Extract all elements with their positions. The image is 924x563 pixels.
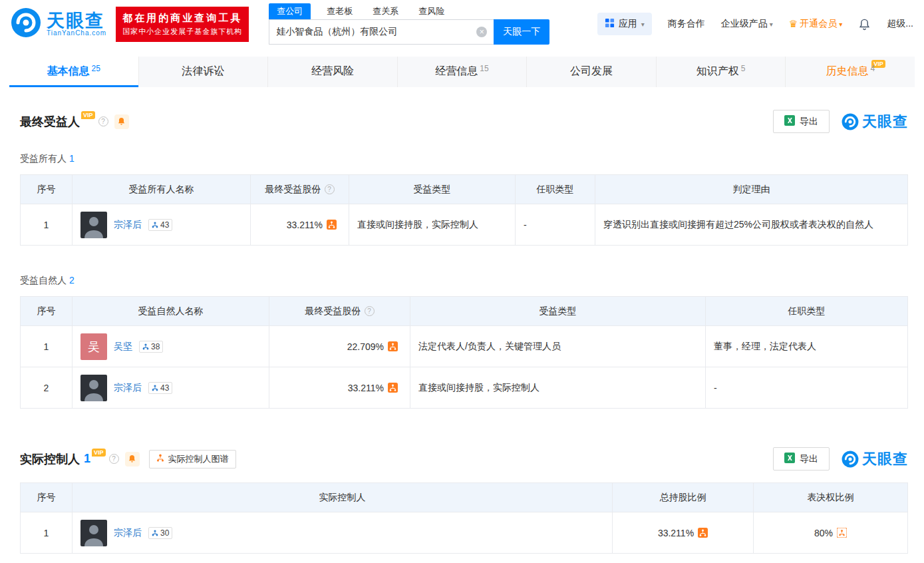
table-header-row: 序号 实际控制人 总持股比例 表决权比例 <box>21 483 908 512</box>
cell-no: 2 <box>21 367 73 409</box>
tab-operation-risk[interactable]: 经营风险 <box>268 57 398 87</box>
nav-open-vip[interactable]: ♛ 开通会员 ▾ <box>789 18 842 30</box>
controller-title: 实际控制人 <box>20 451 80 467</box>
nav-business-cooperation[interactable]: 商务合作 <box>668 18 705 30</box>
avatar[interactable]: 吴 <box>80 333 107 360</box>
avatar[interactable] <box>80 212 107 238</box>
cell-no: 1 <box>21 326 73 367</box>
tab-intellectual-property[interactable]: 知识产权5 <box>657 57 786 87</box>
share-value: 33.211% <box>348 383 384 393</box>
export-label: 导出 <box>800 116 818 128</box>
table-row: 1 吴 吴坚 38 22.709% <box>21 326 908 367</box>
col-position-type: 任职类型 <box>706 297 908 326</box>
cell-person: 宗泽后 43 <box>73 367 269 409</box>
equity-penetration-icon[interactable] <box>388 341 398 351</box>
controller-count: 1 <box>84 452 90 466</box>
col-judgment-reason: 判定理由 <box>595 175 908 204</box>
cell-voting-share: 80% <box>754 512 908 554</box>
relations-count: 38 <box>151 342 160 351</box>
naturals-subtitle: 受益自然人2 <box>20 275 908 287</box>
col-owner-name: 受益所有人名称 <box>73 175 251 204</box>
col-final-share: 最终受益股份? <box>269 297 410 326</box>
tianyancha-logo[interactable]: 天眼查 TianYanCha.com <box>11 7 106 41</box>
tab-basic-info[interactable]: 基本信息25 <box>9 57 139 87</box>
share-value: 33.211% <box>287 220 323 230</box>
help-icon[interactable]: ? <box>98 116 108 126</box>
tab-label: 历史信息 <box>826 65 868 77</box>
voting-rights-icon[interactable] <box>837 528 847 538</box>
promo-line1: 都在用的商业查询工具 <box>122 12 242 25</box>
apps-button[interactable]: 应用 ▾ <box>597 13 652 35</box>
relations-count: 43 <box>160 383 169 393</box>
promo-line2: 国家中小企业发展子基金旗下机构 <box>122 27 242 37</box>
cell-position: - <box>706 367 908 409</box>
tab-label: 基本信息 <box>47 65 90 77</box>
beneficial-naturals-table: 序号 受益自然人名称 最终受益股份? 受益类型 任职类型 1 吴 吴坚 38 <box>20 296 908 409</box>
cell-total-share: 33.211% <box>613 512 754 554</box>
watermark-logo: 天眼查 <box>842 112 908 132</box>
search-button[interactable]: 天眼一下 <box>494 19 549 45</box>
tab-company-development[interactable]: 公司发展 <box>527 57 657 87</box>
watermark-text: 天眼查 <box>862 449 908 469</box>
cell-position: - <box>516 204 595 246</box>
person-link[interactable]: 吴坚 <box>114 341 132 353</box>
controller-section-header: 实际控制人 1 VIP ? 实际控制人图谱 <box>20 447 908 470</box>
excel-icon <box>784 453 795 465</box>
company-section-tabs: 基本信息25 法律诉讼 经营风险 经营信息15 公司发展 知识产权5 VIP 历… <box>9 57 915 87</box>
subscribe-bell-icon[interactable] <box>114 114 129 129</box>
tab-count: 5 <box>741 64 746 73</box>
avatar[interactable] <box>80 375 107 401</box>
search-tab-boss[interactable]: 查老板 <box>323 4 357 19</box>
notification-bell-icon[interactable] <box>858 18 871 31</box>
col-final-share: 最终受益股份? <box>251 175 349 204</box>
cell-benefit-type: 直接或间接持股，实际控制人 <box>410 367 706 409</box>
col-total-share: 总持股比例 <box>613 483 754 512</box>
search-tab-risk[interactable]: 查风险 <box>414 4 448 19</box>
promo-banner[interactable]: 都在用的商业查询工具 国家中小企业发展子基金旗下机构 <box>116 7 249 42</box>
help-icon[interactable]: ? <box>325 184 335 194</box>
search-tab-company[interactable]: 查公司 <box>269 3 311 19</box>
cell-benefit-type: 直接或间接持股，实际控制人 <box>349 204 516 246</box>
tab-history-info[interactable]: VIP 历史信息4 <box>786 57 915 87</box>
export-button[interactable]: 导出 <box>773 447 830 470</box>
col-benefit-type: 受益类型 <box>349 175 516 204</box>
relations-badge[interactable]: 38 <box>139 341 163 353</box>
actual-controller-table: 序号 实际控制人 总持股比例 表决权比例 1 宗泽后 30 <box>20 482 908 554</box>
tab-operation-info[interactable]: 经营信息15 <box>398 57 528 87</box>
relations-badge[interactable]: 43 <box>148 382 172 394</box>
crown-icon: ♛ <box>789 18 798 30</box>
cell-benefit-type: 法定代表人/负责人，关键管理人员 <box>410 326 706 367</box>
person-link[interactable]: 宗泽后 <box>114 219 142 231</box>
tab-label: 经营信息 <box>435 65 478 77</box>
person-link[interactable]: 宗泽后 <box>114 527 142 539</box>
nav-super-vip[interactable]: 超级... <box>887 18 913 30</box>
relations-badge[interactable]: 30 <box>148 527 172 539</box>
apps-label: 应用 <box>619 18 637 30</box>
export-button[interactable]: 导出 <box>773 110 830 133</box>
table-header-row: 序号 受益自然人名称 最终受益股份? 受益类型 任职类型 <box>21 297 908 326</box>
subscribe-bell-icon[interactable] <box>125 452 140 467</box>
help-icon[interactable]: ? <box>365 306 375 316</box>
share-value: 22.709% <box>347 341 384 352</box>
nav-enterprise-products[interactable]: 企业级产品 ▾ <box>721 18 773 30</box>
search-tab-relation[interactable]: 查关系 <box>369 4 402 19</box>
help-icon[interactable]: ? <box>109 454 119 464</box>
naturals-count: 2 <box>69 275 75 285</box>
equity-penetration-icon[interactable] <box>327 220 337 230</box>
cell-controller: 宗泽后 30 <box>73 512 613 554</box>
search-input[interactable] <box>269 19 494 45</box>
relations-badge[interactable]: 43 <box>148 219 172 231</box>
tab-label: 经营风险 <box>311 65 354 77</box>
chevron-down-icon: ▾ <box>641 21 645 28</box>
header-nav: 应用 ▾ 商务合作 企业级产品 ▾ ♛ 开通会员 ▾ 超级... <box>597 13 913 35</box>
person-link[interactable]: 宗泽后 <box>114 382 142 394</box>
col-no: 序号 <box>21 175 73 204</box>
cell-no: 1 <box>21 204 73 246</box>
equity-penetration-icon[interactable] <box>698 528 708 538</box>
avatar[interactable] <box>80 520 107 546</box>
controller-graph-button[interactable]: 实际控制人图谱 <box>149 450 236 469</box>
tab-legal-litigation[interactable]: 法律诉讼 <box>139 57 269 87</box>
watermark-logo: 天眼查 <box>842 449 908 469</box>
col-benefit-type: 受益类型 <box>410 297 706 326</box>
equity-penetration-icon[interactable] <box>388 383 398 393</box>
